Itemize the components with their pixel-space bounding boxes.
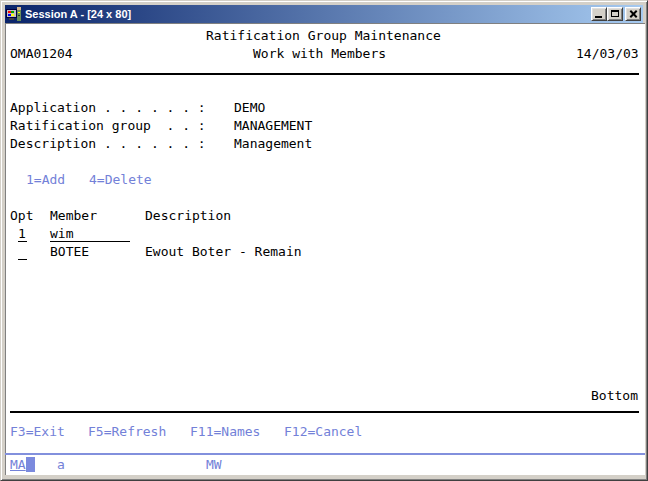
opt-input-row1[interactable]: 1: [18, 226, 27, 242]
header-divider: [10, 73, 639, 75]
fkey-f12-cancel: F12=Cancel: [284, 423, 362, 441]
opt-input-row2[interactable]: [18, 244, 27, 260]
bottom-indicator: Bottom: [591, 387, 638, 405]
description-value: Management: [234, 135, 312, 153]
description-cell-row2: Ewout Boter - Remain: [145, 243, 302, 261]
maximize-icon[interactable]: [607, 7, 623, 21]
ratification-group-label: Ratification group . . :: [10, 117, 206, 135]
titlebar[interactable]: Session A - [24 x 80]: [5, 5, 643, 23]
application-value: DEMO: [234, 99, 265, 117]
terminal-screen[interactable]: Ratification Group Maintenance OMA01204 …: [5, 23, 645, 475]
description-label: Description . . . . . . :: [10, 135, 206, 153]
option-add: 1=Add: [26, 171, 65, 189]
fkey-divider: [10, 411, 639, 413]
window-controls: [591, 7, 641, 21]
member-input-row1-wrap: wim: [50, 226, 130, 244]
screen-title: Ratification Group Maintenance: [206, 27, 441, 45]
oia-message-waiting: MW: [206, 457, 222, 473]
program-id: OMA01204: [10, 45, 73, 63]
column-header-member: Member: [50, 207, 97, 225]
member-cell-row2: BOTEE: [50, 243, 89, 261]
close-icon[interactable]: [625, 7, 641, 21]
minimize-icon[interactable]: [591, 7, 607, 21]
oia-separator: [5, 453, 645, 455]
oia-system-indicator: MA: [10, 457, 26, 473]
window-title: Session A - [24 x 80]: [25, 8, 591, 20]
table-row: 1: [18, 226, 27, 244]
ratification-group-value: MANAGEMENT: [234, 117, 312, 135]
member-input-row1[interactable]: wim: [50, 226, 130, 242]
oia-shift-indicator: a: [57, 457, 65, 473]
app-icon[interactable]: [6, 6, 22, 22]
column-header-description: Description: [145, 207, 231, 225]
fkey-f5-refresh: F5=Refresh: [88, 423, 166, 441]
option-delete: 4=Delete: [89, 171, 152, 189]
table-row: [18, 244, 27, 262]
screen-date: 14/03/03: [576, 45, 639, 63]
session-window: Session A - [24 x 80] Ratification Group…: [0, 0, 648, 481]
application-label: Application . . . . . . :: [10, 99, 206, 117]
fkey-f11-names: F11=Names: [190, 423, 260, 441]
oia-cursor-block: [26, 457, 35, 472]
column-header-opt: Opt: [10, 207, 33, 225]
screen-subtitle: Work with Members: [253, 45, 386, 63]
fkey-f3-exit: F3=Exit: [10, 423, 65, 441]
